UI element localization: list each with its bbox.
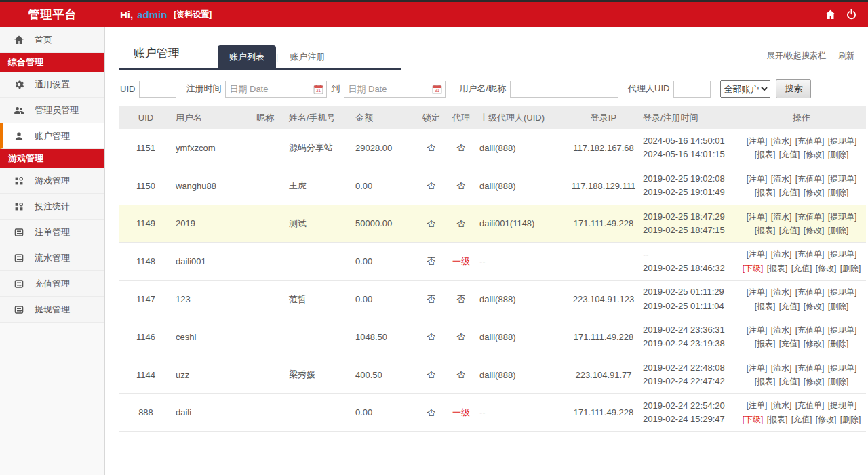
action-link[interactable]: [提现单] xyxy=(828,325,857,335)
action-link[interactable]: [注单] xyxy=(747,212,768,222)
action-link[interactable]: [注单] xyxy=(747,363,768,373)
sidebar-item-2[interactable]: 通用设置 xyxy=(0,72,104,98)
action-link[interactable]: [充值单] xyxy=(795,400,825,410)
action-link[interactable]: [充值] xyxy=(779,226,800,235)
action-link[interactable]: [提现单] xyxy=(828,287,857,297)
action-link[interactable]: [注单] xyxy=(747,174,768,184)
action-link[interactable]: [充值单] xyxy=(795,363,825,373)
action-link[interactable]: [充值] xyxy=(791,264,812,273)
power-icon[interactable] xyxy=(846,9,857,20)
action-link[interactable]: [注单] xyxy=(747,325,768,335)
action-link[interactable]: [删除] xyxy=(828,150,849,159)
tab-0[interactable]: 账户列表 xyxy=(218,45,276,68)
action-link[interactable]: [删除] xyxy=(840,415,861,424)
action-link[interactable]: [充值单] xyxy=(795,287,825,297)
sidebar-item-9[interactable]: 流水管理 xyxy=(0,245,104,271)
action-link[interactable]: [充值] xyxy=(779,188,800,197)
action-link[interactable]: [删除] xyxy=(828,377,849,386)
action-link[interactable]: [提现单] xyxy=(828,249,857,259)
action-link[interactable]: [注单] xyxy=(747,287,768,297)
calendar-icon[interactable]: 31 xyxy=(432,84,442,96)
action-link[interactable]: [删除] xyxy=(828,226,849,235)
sidebar-item-10[interactable]: 充值管理 xyxy=(0,271,104,297)
action-link[interactable]: [充值单] xyxy=(795,249,825,259)
action-link[interactable]: [充值] xyxy=(779,377,800,386)
action-link[interactable]: [流水] xyxy=(771,400,792,410)
action-link[interactable]: [报表] xyxy=(755,150,776,159)
regtime-start-input[interactable] xyxy=(225,81,327,98)
action-link[interactable]: [报表] xyxy=(755,226,776,235)
uid-input[interactable] xyxy=(139,81,176,98)
sidebar-item-8[interactable]: 注单管理 xyxy=(0,220,104,245)
action-link[interactable]: [删除] xyxy=(828,188,849,197)
action-link[interactable]: [修改] xyxy=(804,302,825,311)
action-link[interactable]: [修改] xyxy=(804,188,825,197)
action-link[interactable]: [修改] xyxy=(816,415,837,424)
refresh-link[interactable]: 刷新 xyxy=(838,50,854,62)
action-link[interactable]: [充值单] xyxy=(795,212,825,222)
action-link[interactable]: [修改] xyxy=(804,377,825,386)
action-link[interactable]: [充值] xyxy=(779,302,800,311)
action-link[interactable]: [流水] xyxy=(771,249,792,259)
action-link[interactable]: [报表] xyxy=(767,415,788,424)
name-cell: 测试 xyxy=(286,205,353,243)
action-link[interactable]: [流水] xyxy=(771,287,792,297)
regtime-end-input[interactable] xyxy=(344,81,446,98)
agent-level-cell: 一级 xyxy=(446,243,477,281)
action-link[interactable]: [流水] xyxy=(771,363,792,373)
login-ip-cell: 223.104.91.77 xyxy=(567,356,640,394)
action-link[interactable]: [修改] xyxy=(804,339,825,348)
action-link[interactable]: [下级] xyxy=(743,264,764,273)
profile-settings-link[interactable]: [资料设置] xyxy=(174,9,212,20)
accounts-table: UID用户名昵称姓名/手机号金额锁定代理上级代理人(UID)登录IP登录/注册时… xyxy=(119,106,866,432)
action-link[interactable]: [注单] xyxy=(747,136,768,146)
username-input[interactable] xyxy=(510,81,618,98)
action-link[interactable]: [报表] xyxy=(767,264,788,273)
action-link[interactable]: [报表] xyxy=(755,339,776,348)
sidebar-section-5: 游戏管理 xyxy=(0,149,104,168)
register-time: 2019-02-25 19:01:49 xyxy=(643,186,734,199)
action-link[interactable]: [流水] xyxy=(771,136,792,146)
time-cell: 2019-02-25 01:11:292019-02-25 01:11:04 xyxy=(640,281,737,318)
action-link[interactable]: [报表] xyxy=(755,302,776,311)
action-link[interactable]: [提现单] xyxy=(828,363,857,373)
action-link[interactable]: [充值] xyxy=(779,339,800,348)
action-link[interactable]: [修改] xyxy=(804,150,825,159)
action-link[interactable]: [删除] xyxy=(840,264,861,273)
agent-uid-input[interactable] xyxy=(673,81,711,98)
action-link[interactable]: [流水] xyxy=(771,325,792,335)
calendar-icon[interactable]: 31 xyxy=(313,84,323,96)
login-ip-cell: 171.111.49.228 xyxy=(567,318,640,356)
sidebar-item-6[interactable]: 游戏管理 xyxy=(0,168,104,194)
action-link[interactable]: [修改] xyxy=(804,226,825,235)
action-link[interactable]: [充值] xyxy=(779,150,800,159)
action-link[interactable]: [下级] xyxy=(743,415,764,424)
action-link[interactable]: [提现单] xyxy=(828,174,857,184)
sidebar-item-3[interactable]: 管理员管理 xyxy=(0,98,104,123)
sidebar-item-0[interactable]: 首页 xyxy=(0,27,104,53)
action-link[interactable]: [充值单] xyxy=(795,136,825,146)
action-link[interactable]: [报表] xyxy=(755,377,776,386)
action-link[interactable]: [注单] xyxy=(747,249,768,259)
search-button[interactable]: 搜索 xyxy=(776,79,811,98)
tab-1[interactable]: 账户注册 xyxy=(278,45,336,68)
sidebar-item-11[interactable]: 提现管理 xyxy=(0,297,104,323)
toggle-search-link[interactable]: 展开/收起搜索栏 xyxy=(767,50,826,62)
action-link[interactable]: [报表] xyxy=(755,188,776,197)
action-link[interactable]: [删除] xyxy=(828,302,849,311)
action-link[interactable]: [注单] xyxy=(747,400,768,410)
action-link[interactable]: [提现单] xyxy=(828,212,857,222)
action-link[interactable]: [充值单] xyxy=(795,325,825,335)
sidebar-item-4[interactable]: 账户管理 xyxy=(0,123,104,149)
sidebar-item-7[interactable]: 投注统计 xyxy=(0,194,104,220)
action-link[interactable]: [提现单] xyxy=(828,136,857,146)
action-link[interactable]: [流水] xyxy=(771,174,792,184)
action-link[interactable]: [删除] xyxy=(828,339,849,348)
action-link[interactable]: [流水] xyxy=(771,212,792,222)
action-link[interactable]: [修改] xyxy=(816,264,837,273)
action-link[interactable]: [充值] xyxy=(791,415,812,424)
action-link[interactable]: [充值单] xyxy=(795,174,825,184)
action-link[interactable]: [提现单] xyxy=(828,400,857,410)
home-icon[interactable] xyxy=(825,9,836,20)
account-type-select[interactable]: 全部账户 xyxy=(720,80,770,98)
